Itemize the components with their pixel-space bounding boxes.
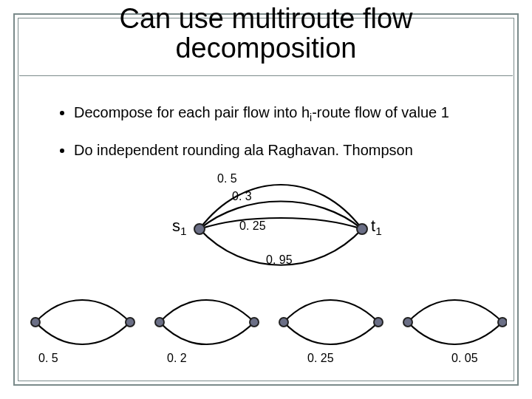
s-sub: 1 xyxy=(180,225,187,237)
slide: Can use multiroute flow decomposition De… xyxy=(0,0,532,399)
edge-mid-label: 0. 3 xyxy=(232,190,252,203)
slide-title: Can use multiroute flow decomposition xyxy=(30,4,502,64)
svg-point-2 xyxy=(31,318,40,327)
bullet-1b: -route flow of value 1 xyxy=(312,104,449,120)
row-graphs-svg xyxy=(27,293,507,374)
t-node-label: t1 xyxy=(371,216,382,238)
s-node-label: s1 xyxy=(172,216,187,238)
edge-top-label: 0. 5 xyxy=(217,172,237,185)
svg-point-0 xyxy=(194,224,205,234)
svg-point-8 xyxy=(403,318,412,327)
s-label: s xyxy=(172,216,180,235)
title-line1: Can use multiroute flow xyxy=(119,3,412,34)
svg-point-9 xyxy=(498,318,507,327)
svg-point-1 xyxy=(357,224,367,234)
main-graph: s1 t1 0. 5 0. 3 0. 25 0. 95 xyxy=(170,181,392,281)
bullet-list: Decompose for each pair flow into hi-rou… xyxy=(44,103,495,176)
svg-point-4 xyxy=(155,318,164,327)
row-g2-label: 0. 2 xyxy=(167,352,187,365)
edge-center-label: 0. 25 xyxy=(239,219,266,233)
row-g3-label: 0. 25 xyxy=(307,352,334,365)
bullet-1a: Decompose for each pair flow into h xyxy=(74,104,310,120)
row-graphs: 0. 5 0. 2 0. 25 0. 05 xyxy=(27,293,507,374)
bullet-2: Do independent rounding ala Raghavan. Th… xyxy=(74,141,495,160)
t-sub: 1 xyxy=(375,225,382,237)
row-g4-label: 0. 05 xyxy=(451,352,478,365)
svg-point-7 xyxy=(374,318,383,327)
edge-bottom-label: 0. 95 xyxy=(266,253,293,267)
title-rule-bottom xyxy=(19,75,513,76)
svg-point-3 xyxy=(126,318,134,327)
svg-point-5 xyxy=(250,318,259,327)
title-line2: decomposition xyxy=(175,33,356,64)
svg-point-6 xyxy=(279,318,288,327)
row-g1-label: 0. 5 xyxy=(38,352,58,365)
bullet-1: Decompose for each pair flow into hi-rou… xyxy=(74,103,495,125)
